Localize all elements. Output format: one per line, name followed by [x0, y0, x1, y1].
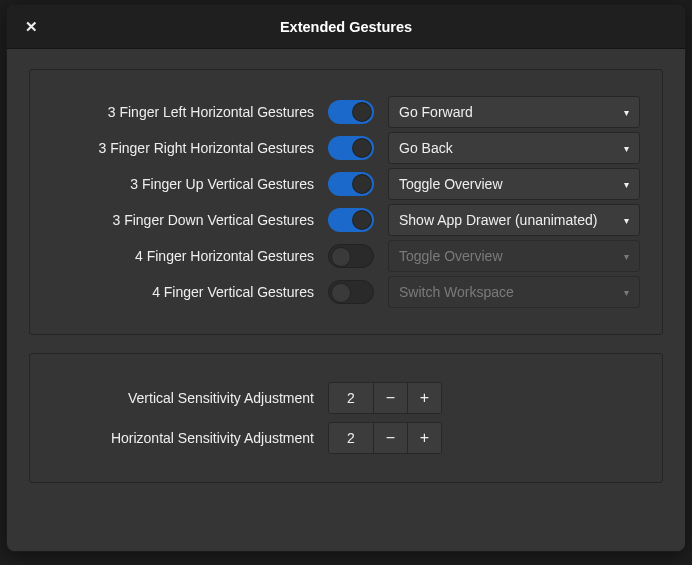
gesture-label: 3 Finger Down Vertical Gestures — [52, 212, 314, 228]
horizontal-sensitivity-increment[interactable]: + — [407, 423, 441, 453]
sensitivity-panel: Vertical Sensitivity Adjustment 2 − + Ho… — [29, 353, 663, 483]
horizontal-sensitivity-stepper: 2 − + — [328, 422, 442, 454]
horizontal-sensitivity-decrement[interactable]: − — [373, 423, 407, 453]
chevron-down-icon: ▾ — [624, 215, 629, 226]
gesture-toggle-4-vertical[interactable] — [328, 280, 374, 304]
titlebar: ✕ Extended Gestures — [7, 5, 685, 49]
toggle-knob — [352, 174, 372, 194]
gesture-action-dropdown-4-horizontal: Toggle Overview ▾ — [388, 240, 640, 272]
vertical-sensitivity-stepper: 2 − + — [328, 382, 442, 414]
vertical-sensitivity-value[interactable]: 2 — [329, 383, 373, 413]
plus-icon: + — [420, 429, 429, 447]
vertical-sensitivity-increment[interactable]: + — [407, 383, 441, 413]
gesture-action-dropdown-3-right[interactable]: Go Back ▾ — [388, 132, 640, 164]
plus-icon: + — [420, 389, 429, 407]
gesture-row: 3 Finger Left Horizontal Gestures Go For… — [52, 94, 640, 130]
horizontal-sensitivity-label: Horizontal Sensitivity Adjustment — [52, 430, 314, 446]
gesture-toggle-3-up[interactable] — [328, 172, 374, 196]
toggle-knob — [352, 138, 372, 158]
dropdown-value: Show App Drawer (unanimated) — [399, 212, 597, 228]
gesture-row: 3 Finger Up Vertical Gestures Toggle Ove… — [52, 166, 640, 202]
gesture-row: 3 Finger Right Horizontal Gestures Go Ba… — [52, 130, 640, 166]
dropdown-value: Go Forward — [399, 104, 473, 120]
gesture-label: 3 Finger Left Horizontal Gestures — [52, 104, 314, 120]
gesture-label: 4 Finger Vertical Gestures — [52, 284, 314, 300]
toggle-knob — [352, 210, 372, 230]
gesture-label: 3 Finger Right Horizontal Gestures — [52, 140, 314, 156]
content-area: 3 Finger Left Horizontal Gestures Go For… — [7, 49, 685, 551]
minus-icon: − — [386, 429, 395, 447]
gesture-toggle-3-left[interactable] — [328, 100, 374, 124]
vertical-sensitivity-decrement[interactable]: − — [373, 383, 407, 413]
dropdown-value: Go Back — [399, 140, 453, 156]
chevron-down-icon: ▾ — [624, 287, 629, 298]
gesture-row: 4 Finger Horizontal Gestures Toggle Over… — [52, 238, 640, 274]
settings-window: ✕ Extended Gestures 3 Finger Left Horizo… — [6, 4, 686, 552]
gesture-toggle-3-down[interactable] — [328, 208, 374, 232]
toggle-knob — [331, 283, 351, 303]
gesture-action-dropdown-3-up[interactable]: Toggle Overview ▾ — [388, 168, 640, 200]
dropdown-value: Switch Workspace — [399, 284, 514, 300]
close-button[interactable]: ✕ — [19, 15, 43, 39]
chevron-down-icon: ▾ — [624, 179, 629, 190]
chevron-down-icon: ▾ — [624, 107, 629, 118]
gesture-action-dropdown-3-left[interactable]: Go Forward ▾ — [388, 96, 640, 128]
close-icon: ✕ — [25, 18, 38, 36]
dropdown-value: Toggle Overview — [399, 176, 503, 192]
gesture-toggle-3-right[interactable] — [328, 136, 374, 160]
minus-icon: − — [386, 389, 395, 407]
gestures-panel: 3 Finger Left Horizontal Gestures Go For… — [29, 69, 663, 335]
gesture-action-dropdown-4-vertical: Switch Workspace ▾ — [388, 276, 640, 308]
dropdown-value: Toggle Overview — [399, 248, 503, 264]
gesture-action-dropdown-3-down[interactable]: Show App Drawer (unanimated) ▾ — [388, 204, 640, 236]
gesture-label: 3 Finger Up Vertical Gestures — [52, 176, 314, 192]
sensitivity-row: Horizontal Sensitivity Adjustment 2 − + — [52, 418, 640, 458]
toggle-knob — [331, 247, 351, 267]
gesture-row: 4 Finger Vertical Gestures Switch Worksp… — [52, 274, 640, 310]
gesture-row: 3 Finger Down Vertical Gestures Show App… — [52, 202, 640, 238]
horizontal-sensitivity-value[interactable]: 2 — [329, 423, 373, 453]
gesture-toggle-4-horizontal[interactable] — [328, 244, 374, 268]
gesture-label: 4 Finger Horizontal Gestures — [52, 248, 314, 264]
chevron-down-icon: ▾ — [624, 251, 629, 262]
window-title: Extended Gestures — [7, 19, 685, 35]
vertical-sensitivity-label: Vertical Sensitivity Adjustment — [52, 390, 314, 406]
sensitivity-row: Vertical Sensitivity Adjustment 2 − + — [52, 378, 640, 418]
chevron-down-icon: ▾ — [624, 143, 629, 154]
toggle-knob — [352, 102, 372, 122]
